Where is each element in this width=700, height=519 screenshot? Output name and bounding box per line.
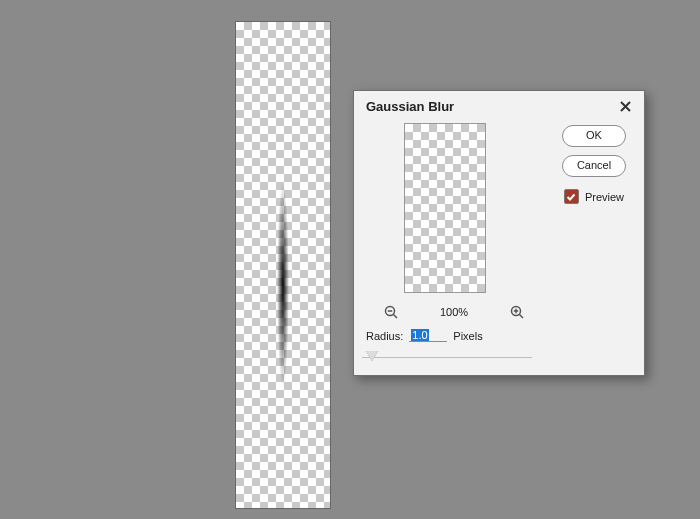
dialog-title: Gaussian Blur xyxy=(366,99,454,114)
svg-line-5 xyxy=(519,315,523,319)
radius-value: 1.0 xyxy=(411,329,428,341)
zoom-in-button[interactable] xyxy=(510,305,524,319)
check-icon xyxy=(566,192,576,202)
slider-track xyxy=(362,357,532,358)
zoom-out-icon xyxy=(384,305,398,319)
gaussian-blur-dialog: Gaussian Blur OK Cancel Preview 100% xyxy=(353,90,645,376)
radius-slider[interactable] xyxy=(362,351,532,365)
cancel-button[interactable]: Cancel xyxy=(562,155,626,177)
canvas-artwork xyxy=(277,182,289,388)
close-icon xyxy=(620,101,631,112)
radius-input[interactable]: 1.0 xyxy=(409,329,447,342)
document-canvas[interactable] xyxy=(236,22,330,508)
svg-line-2 xyxy=(394,315,398,319)
radius-unit: Pixels xyxy=(453,330,482,342)
zoom-out-button[interactable] xyxy=(384,305,398,319)
zoom-level: 100% xyxy=(440,306,468,318)
close-button[interactable] xyxy=(616,97,634,115)
filter-preview[interactable] xyxy=(404,123,486,293)
radius-label: Radius: xyxy=(366,330,403,342)
dialog-titlebar: Gaussian Blur xyxy=(354,91,644,119)
preview-label: Preview xyxy=(585,191,624,203)
ok-button[interactable]: OK xyxy=(562,125,626,147)
preview-checkbox[interactable] xyxy=(564,189,579,204)
zoom-in-icon xyxy=(510,305,524,319)
svg-point-0 xyxy=(277,182,289,388)
preview-option[interactable]: Preview xyxy=(564,189,624,204)
slider-thumb[interactable] xyxy=(366,351,378,361)
